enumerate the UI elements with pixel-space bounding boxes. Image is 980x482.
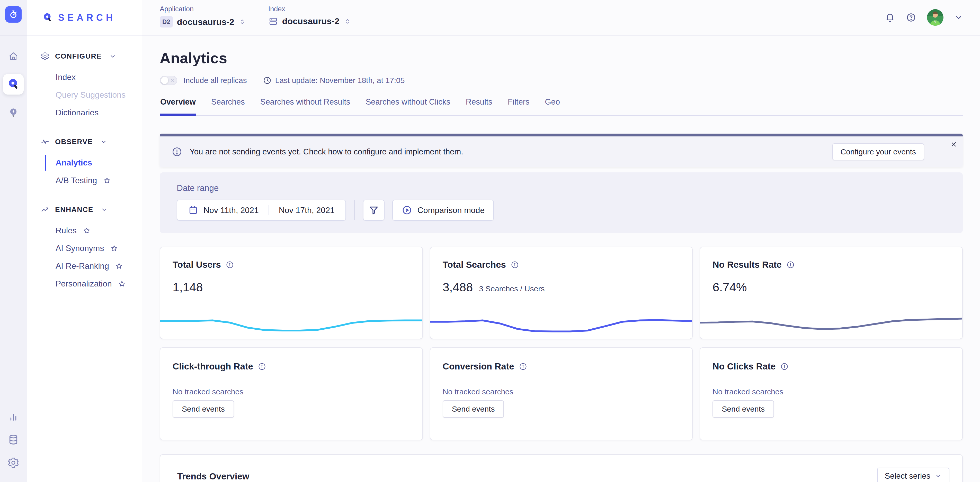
- date-range-button[interactable]: Nov 11th, 2021 Nov 17th, 2021: [177, 200, 346, 221]
- total-users-card: Total Users 1,148: [160, 247, 423, 339]
- sidebar-item-dictionaries[interactable]: Dictionaries: [45, 104, 137, 122]
- banner-accent-bar: [160, 133, 963, 136]
- analytics-dashboard: SEARCH CONFIGURE: [0, 0, 980, 482]
- info-icon[interactable]: [786, 260, 795, 269]
- notifications-bell-icon[interactable]: [885, 12, 895, 22]
- search-logo[interactable]: SEARCH: [27, 0, 142, 36]
- nav-label-observe: OBSERVE: [55, 138, 93, 146]
- info-icon[interactable]: [226, 260, 234, 269]
- select-series-button[interactable]: Select series: [877, 468, 950, 482]
- settings-gear-icon[interactable]: [8, 457, 19, 469]
- date-start: Nov 11th, 2021: [204, 206, 259, 215]
- clock-icon: [263, 76, 272, 85]
- tab-searches[interactable]: Searches: [211, 97, 245, 115]
- star-icon: [103, 177, 111, 184]
- nav-section-observe: OBSERVE Analytics A/B Testing: [41, 138, 137, 189]
- card-title: Click-through Rate: [173, 361, 253, 371]
- controls-divider: [354, 200, 355, 220]
- info-icon[interactable]: [780, 362, 789, 371]
- tab-geo[interactable]: Geo: [544, 97, 560, 115]
- stat-subtext: 3 Searches / Users: [479, 284, 544, 293]
- comparison-mode-button[interactable]: Comparison mode: [392, 200, 494, 221]
- index-selector[interactable]: Index docusaurus-2: [268, 5, 352, 26]
- date-range-label: Date range: [177, 183, 946, 193]
- card-title: Total Users: [173, 260, 221, 270]
- application-selector[interactable]: Application D2 docusaurus-2: [160, 5, 246, 27]
- star-icon: [83, 227, 91, 235]
- index-label: Index: [268, 5, 352, 13]
- select-series-label: Select series: [885, 471, 931, 481]
- tab-results[interactable]: Results: [465, 97, 493, 115]
- no-clicks-rate-card: No Clicks Rate No tracked searches Send …: [700, 347, 963, 441]
- filter-funnel-button[interactable]: [363, 200, 385, 221]
- card-title: No Results Rate: [713, 260, 781, 270]
- include-replicas-toggle[interactable]: [160, 76, 177, 85]
- help-question-icon[interactable]: [906, 12, 916, 22]
- card-title: Conversion Rate: [443, 361, 514, 371]
- sidebar-item-ab-testing[interactable]: A/B Testing: [45, 172, 137, 189]
- tab-overview[interactable]: Overview: [160, 97, 196, 115]
- star-icon: [118, 280, 126, 288]
- sidebar-item-rules[interactable]: Rules: [45, 222, 137, 239]
- database-icon[interactable]: [8, 434, 19, 446]
- calendar-icon: [188, 205, 198, 215]
- send-events-button[interactable]: Send events: [713, 400, 774, 418]
- nav-head-enhance[interactable]: ENHANCE: [41, 205, 137, 214]
- sidebar-item-label: Rules: [56, 226, 76, 235]
- search-product-icon[interactable]: [3, 74, 24, 95]
- sidebar-item-label: A/B Testing: [56, 176, 97, 185]
- info-circle-icon: [172, 146, 182, 157]
- sidebar-item-ai-synonyms[interactable]: AI Synonyms: [45, 239, 137, 257]
- account-caret-icon[interactable]: [954, 13, 963, 22]
- total-users-sparkline: [160, 311, 422, 333]
- sidebar-item-ai-reranking[interactable]: AI Re-Ranking: [45, 257, 137, 275]
- index-value: docusaurus-2: [282, 16, 339, 26]
- nav-section-configure: CONFIGURE Index Query Suggestions Dictio…: [41, 52, 137, 122]
- pulse-icon: [41, 138, 49, 146]
- no-results-sparkline: [700, 311, 962, 333]
- info-icon[interactable]: [258, 362, 266, 371]
- sort-chevrons-icon: [239, 18, 246, 26]
- total-searches-card: Total Searches 3,488 3 Searches / Users: [430, 247, 693, 339]
- star-icon: [110, 244, 118, 252]
- sort-chevrons-icon: [344, 17, 352, 25]
- info-icon[interactable]: [511, 260, 519, 269]
- tab-searches-without-results[interactable]: Searches without Results: [260, 97, 351, 115]
- sidebar-item-label: AI Synonyms: [56, 244, 104, 253]
- stat-value: 3,488: [443, 280, 473, 294]
- analytics-tabs: Overview Searches Searches without Resul…: [160, 97, 963, 116]
- application-label: Application: [160, 5, 246, 13]
- info-icon[interactable]: [519, 362, 527, 371]
- sidebar-item-query-suggestions[interactable]: Query Suggestions: [45, 86, 137, 104]
- nav-head-configure[interactable]: CONFIGURE: [41, 52, 137, 61]
- send-events-button[interactable]: Send events: [443, 400, 504, 418]
- configure-events-button[interactable]: Configure your events: [832, 143, 924, 160]
- app-logo-stopwatch-icon[interactable]: [5, 6, 22, 22]
- stats-grid: Total Users 1,148 Total Searches: [160, 247, 963, 441]
- no-results-rate-card: No Results Rate 6.74%: [700, 247, 963, 339]
- send-events-button[interactable]: Send events: [173, 400, 234, 418]
- sidebar-nav: CONFIGURE Index Query Suggestions Dictio…: [27, 36, 142, 293]
- banner-close-icon[interactable]: [950, 141, 958, 148]
- rail-products: [3, 51, 24, 118]
- index-stack-icon: [268, 16, 278, 26]
- nav-head-observe[interactable]: OBSERVE: [41, 138, 137, 146]
- last-update: Last update: November 18th, at 17:05: [263, 76, 405, 85]
- tab-searches-without-clicks[interactable]: Searches without Clicks: [365, 97, 451, 115]
- gear-icon: [41, 52, 49, 61]
- tab-filters[interactable]: Filters: [507, 97, 530, 115]
- nav-label-configure: CONFIGURE: [55, 52, 102, 60]
- rail-top: [0, 0, 27, 36]
- search-logo-text: SEARCH: [58, 12, 116, 23]
- analytics-content: Analytics Include all replicas Last upda…: [142, 36, 980, 482]
- home-icon[interactable]: [8, 51, 19, 62]
- meta-row: Include all replicas Last update: Novemb…: [160, 76, 963, 85]
- usage-bars-icon[interactable]: [8, 412, 19, 422]
- date-separator: [269, 205, 269, 215]
- recommend-bulb-icon[interactable]: [8, 107, 19, 118]
- user-avatar[interactable]: [927, 9, 943, 26]
- sidebar-item-label: Index: [56, 73, 76, 82]
- sidebar-item-index[interactable]: Index: [45, 68, 137, 86]
- sidebar-item-analytics[interactable]: Analytics: [45, 154, 137, 172]
- sidebar-item-personalization[interactable]: Personalization: [45, 275, 137, 293]
